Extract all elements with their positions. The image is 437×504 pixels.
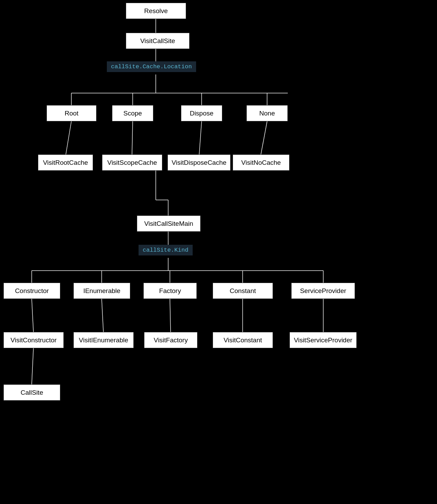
svg-line-9 bbox=[132, 121, 133, 154]
callsite-cache-location-label: callSite.Cache.Location bbox=[107, 61, 196, 72]
svg-line-25 bbox=[170, 299, 171, 332]
visit-callsite-main-node[interactable]: VisitCallSiteMain bbox=[137, 215, 201, 232]
scope-node[interactable]: Scope bbox=[112, 105, 153, 121]
ienumerable-node[interactable]: IEnumerable bbox=[73, 283, 130, 299]
visit-scope-cache-node[interactable]: VisitScopeCache bbox=[102, 154, 162, 171]
visit-constant-node[interactable]: VisitConstant bbox=[213, 332, 273, 348]
service-provider-node[interactable]: ServiceProvider bbox=[291, 283, 355, 299]
dispose-node[interactable]: Dispose bbox=[181, 105, 222, 121]
visit-root-cache-node[interactable]: VisitRootCache bbox=[38, 154, 93, 171]
constructor-node[interactable]: Constructor bbox=[3, 283, 60, 299]
resolve-node[interactable]: Resolve bbox=[126, 3, 186, 19]
connector-lines bbox=[0, 0, 437, 504]
svg-line-8 bbox=[66, 121, 71, 154]
visit-no-cache-node[interactable]: VisitNoCache bbox=[233, 154, 289, 171]
callsite-kind-label: callSite.Kind bbox=[139, 245, 193, 255]
factory-node[interactable]: Factory bbox=[143, 283, 197, 299]
svg-line-10 bbox=[199, 121, 202, 154]
visit-callsite-node[interactable]: VisitCallSite bbox=[126, 33, 190, 49]
visit-ienumerable-node[interactable]: VisitIEnumerable bbox=[73, 332, 134, 348]
visit-factory-node[interactable]: VisitFactory bbox=[144, 332, 197, 348]
svg-line-11 bbox=[261, 121, 267, 154]
svg-line-23 bbox=[32, 299, 33, 332]
callsite-node[interactable]: CallSite bbox=[3, 384, 60, 401]
visit-dispose-cache-node[interactable]: VisitDisposeCache bbox=[167, 154, 231, 171]
visit-service-provider-node[interactable]: VisitServiceProvider bbox=[289, 332, 357, 348]
none-node[interactable]: None bbox=[246, 105, 288, 121]
svg-line-24 bbox=[102, 299, 103, 332]
visit-constructor-node[interactable]: VisitConstructor bbox=[3, 332, 64, 348]
constant-node[interactable]: Constant bbox=[213, 283, 273, 299]
root-node[interactable]: Root bbox=[47, 105, 96, 121]
svg-line-28 bbox=[32, 348, 33, 384]
